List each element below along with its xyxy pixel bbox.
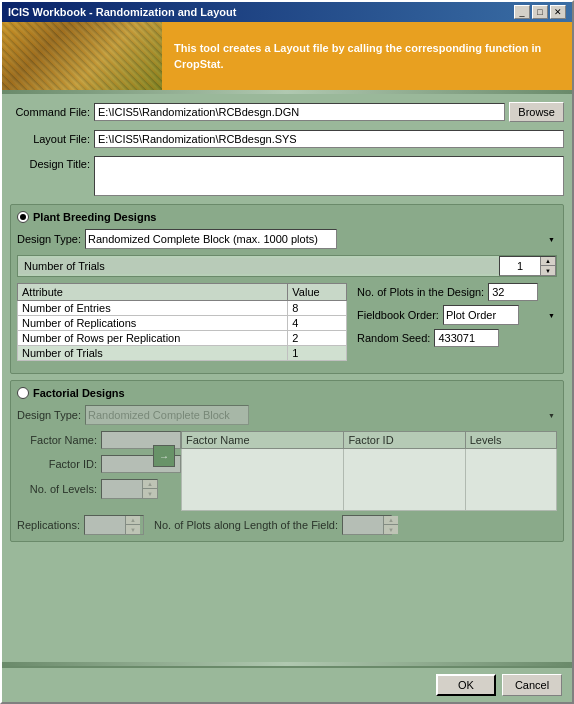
main-window: ICIS Workbook - Randomization and Layout… — [0, 0, 574, 704]
fieldbook-order-select[interactable]: Plot Order Serpentine Field — [443, 305, 519, 325]
num-trials-label: Number of Trials — [18, 258, 499, 274]
no-plots-along-row: No. of Plots along Length of the Field: … — [154, 515, 392, 535]
design-type-label: Design Type: — [17, 233, 81, 245]
window-title: ICIS Workbook - Randomization and Layout — [8, 6, 236, 18]
attr-table-panel: Attribute Value Number of Entries 8 Numb… — [17, 283, 347, 367]
no-plots-along-label: No. of Plots along Length of the Field: — [154, 519, 338, 531]
num-trials-spinner-btns: ▲ ▼ — [540, 257, 555, 275]
design-title-input[interactable] — [94, 156, 564, 196]
no-plots-label: No. of Plots in the Design: — [357, 286, 484, 298]
factor-table-cell — [465, 449, 556, 511]
table-row: Number of Replications 4 — [18, 316, 347, 331]
radio-inner — [20, 214, 26, 220]
factor-table: Factor Name Factor ID Levels — [181, 431, 557, 511]
num-trials-row: Number of Trials ▲ ▼ — [17, 255, 557, 277]
design-title-row: Design Title: — [10, 156, 564, 196]
bottom-row: Attribute Value Number of Entries 8 Numb… — [17, 283, 557, 367]
right-panel: No. of Plots in the Design: Fieldbook Or… — [357, 283, 557, 367]
browse-button[interactable]: Browse — [509, 102, 564, 122]
factorial-design-type-select[interactable]: Randomized Complete Block — [85, 405, 249, 425]
num-trials-spinner: ▲ ▼ — [499, 256, 556, 276]
command-file-input[interactable] — [94, 103, 505, 121]
main-content: Command File: Browse Layout File: Design… — [2, 94, 572, 662]
factor-name-label: Factor Name: — [17, 434, 97, 446]
num-levels-row: No. of Levels: ▲ ▼ — [17, 479, 147, 499]
attr-cell: Number of Replications — [18, 316, 288, 331]
command-file-row: Command File: Browse — [10, 102, 564, 122]
factor-id-label: Factor ID: — [17, 458, 97, 470]
no-plots-input[interactable] — [488, 283, 538, 301]
factorial-header: Factorial Designs — [17, 387, 557, 399]
maximize-button[interactable]: □ — [532, 5, 548, 19]
num-trials-input[interactable] — [500, 257, 540, 275]
attr-col-header: Attribute — [18, 284, 288, 301]
replications-down-btn[interactable]: ▼ — [126, 525, 140, 534]
header-image — [2, 22, 162, 90]
factor-grid: Factor Name: Factor ID: No. of Levels: — [17, 431, 557, 511]
cancel-button[interactable]: Cancel — [502, 674, 562, 696]
factorial-radio[interactable] — [17, 387, 29, 399]
header-banner: This tool creates a Layout file by calli… — [2, 22, 572, 90]
num-trials-down-btn[interactable]: ▼ — [541, 266, 555, 275]
replication-plots-row: Replications: ▲ ▼ No. of Plots along Len… — [17, 515, 557, 535]
factor-name-row: Factor Name: — [17, 431, 147, 449]
no-plots-along-spinner-btns: ▲ ▼ — [383, 516, 398, 534]
factorial-content: Design Type: Randomized Complete Block F… — [17, 405, 557, 535]
title-bar: ICIS Workbook - Randomization and Layout… — [2, 2, 572, 22]
factorial-design-type-label: Design Type: — [17, 409, 81, 421]
value-cell: 8 — [288, 301, 347, 316]
levels-col-header: Levels — [465, 432, 556, 449]
table-row: Number of Rows per Replication 2 — [18, 331, 347, 346]
factor-table-cell — [182, 449, 344, 511]
plant-breeding-section: Plant Breeding Designs Design Type: Rand… — [10, 204, 564, 374]
command-file-label: Command File: — [10, 106, 90, 118]
add-factor-button[interactable]: → — [153, 445, 175, 467]
factorial-design-type-row: Design Type: Randomized Complete Block — [17, 405, 557, 425]
plant-breeding-radio[interactable] — [17, 211, 29, 223]
table-row: Number of Trials 1 — [18, 346, 347, 361]
plant-breeding-title: Plant Breeding Designs — [33, 211, 156, 223]
ok-button[interactable]: OK — [436, 674, 496, 696]
layout-file-row: Layout File: — [10, 130, 564, 148]
factor-left-panel: Factor Name: Factor ID: No. of Levels: — [17, 431, 147, 511]
no-plots-along-input[interactable] — [343, 516, 383, 534]
layout-file-input[interactable] — [94, 130, 564, 148]
factor-name-col-header: Factor Name — [182, 432, 344, 449]
replications-up-btn[interactable]: ▲ — [126, 516, 140, 525]
value-col-header: Value — [288, 284, 347, 301]
minimize-button[interactable]: _ — [514, 5, 530, 19]
random-seed-input[interactable] — [434, 329, 499, 347]
attr-cell: Number of Entries — [18, 301, 288, 316]
replications-row: Replications: ▲ ▼ — [17, 515, 144, 535]
close-button[interactable]: ✕ — [550, 5, 566, 19]
num-trials-up-btn[interactable]: ▲ — [541, 257, 555, 266]
design-type-row: Design Type: Randomized Complete Block (… — [17, 229, 557, 249]
value-cell: 2 — [288, 331, 347, 346]
design-type-select[interactable]: Randomized Complete Block (max. 1000 plo… — [85, 229, 337, 249]
layout-file-label: Layout File: — [10, 133, 90, 145]
header-text-area: This tool creates a Layout file by calli… — [162, 22, 572, 90]
num-levels-input[interactable] — [102, 480, 142, 498]
fieldbook-order-label: Fieldbook Order: — [357, 309, 439, 321]
attr-table: Attribute Value Number of Entries 8 Numb… — [17, 283, 347, 361]
num-levels-up-btn[interactable]: ▲ — [143, 480, 157, 489]
no-plots-along-spinner: ▲ ▼ — [342, 515, 392, 535]
table-row: Number of Entries 8 — [18, 301, 347, 316]
random-seed-row: Random Seed: — [357, 329, 557, 347]
replications-label: Replications: — [17, 519, 80, 531]
factorial-title: Factorial Designs — [33, 387, 125, 399]
no-plots-along-down-btn[interactable]: ▼ — [384, 525, 398, 534]
factor-table-cell — [344, 449, 465, 511]
attr-cell: Number of Rows per Replication — [18, 331, 288, 346]
no-plots-along-up-btn[interactable]: ▲ — [384, 516, 398, 525]
factor-right-panel: Factor Name Factor ID Levels — [181, 431, 557, 511]
factorial-design-type-wrapper: Randomized Complete Block — [85, 405, 557, 425]
num-levels-spinner: ▲ ▼ — [101, 479, 158, 499]
factor-id-col-header: Factor ID — [344, 432, 465, 449]
bottom-bar: OK Cancel — [2, 666, 572, 702]
value-cell: 1 — [288, 346, 347, 361]
num-levels-down-btn[interactable]: ▼ — [143, 489, 157, 498]
design-title-label: Design Title: — [10, 156, 90, 170]
replications-input[interactable] — [85, 516, 125, 534]
factor-table-row — [182, 449, 557, 511]
